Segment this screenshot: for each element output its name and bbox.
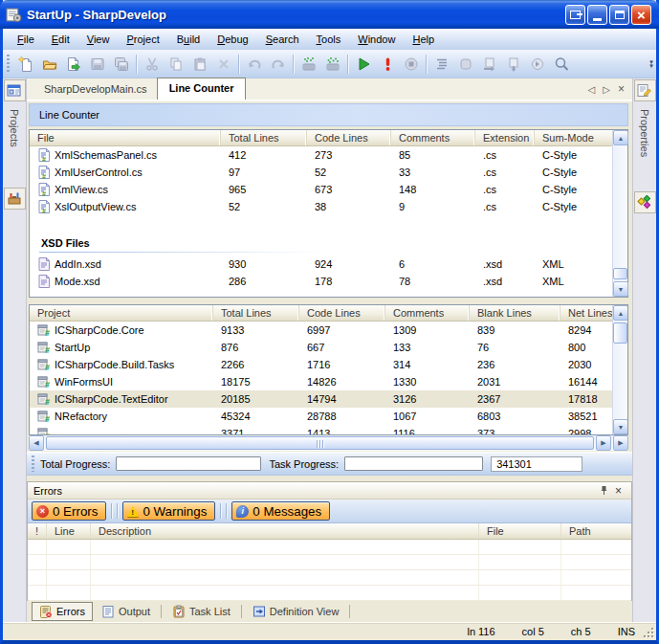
menu-view[interactable]: View <box>78 31 119 48</box>
projects-tab-label[interactable]: Projects <box>9 109 20 176</box>
menu-edit[interactable]: Edit <box>43 31 78 48</box>
col-extension[interactable]: Extension <box>475 130 535 145</box>
scroll-down-icon[interactable]: ▼ <box>613 419 628 434</box>
tab-task-list[interactable]: Task List <box>165 603 237 620</box>
projects-pad-button[interactable] <box>4 79 26 101</box>
build-solution-icon[interactable] <box>320 53 344 76</box>
col-total-lines[interactable]: Total Lines <box>221 130 307 145</box>
col-total-lines[interactable]: Total Lines <box>213 305 299 321</box>
warnings-filter-button[interactable]: 0 Warnings <box>122 501 215 521</box>
col-net-lines[interactable]: Net Lines <box>560 305 614 321</box>
scroll-left-icon[interactable]: ◀ <box>29 435 44 451</box>
table-row[interactable]: StartUp 876 667 133 76 800 <box>30 339 614 356</box>
toolbox-pad-button[interactable] <box>4 188 26 210</box>
undo-icon <box>242 53 266 76</box>
col-sum-mode[interactable]: Sum-Mode <box>535 130 614 145</box>
fullscreen-toggle-button[interactable] <box>565 5 585 25</box>
task-list-tab-icon <box>172 605 186 618</box>
redo-icon <box>266 53 290 76</box>
table-row[interactable]: XslOutputView.cs 52 38 9 .cs C-Style <box>30 198 614 215</box>
search-icon[interactable] <box>549 53 573 76</box>
properties-pad-button[interactable] <box>634 79 656 101</box>
scroll-thumb[interactable] <box>613 268 627 279</box>
menu-build[interactable]: Build <box>168 31 209 48</box>
close-button[interactable]: × <box>631 5 651 25</box>
abort-build-icon[interactable] <box>375 53 399 76</box>
scroll-thumb[interactable] <box>46 436 594 450</box>
menu-tools[interactable]: Tools <box>308 31 350 48</box>
pin-icon[interactable] <box>597 484 611 498</box>
bookmark-list-icon[interactable] <box>429 53 453 76</box>
combine-icon[interactable] <box>297 53 320 76</box>
messages-filter-button[interactable]: i 0 Messages <box>231 501 330 521</box>
errors-filter-button[interactable]: × 0 Errors <box>32 501 106 521</box>
run-icon[interactable] <box>351 53 375 76</box>
table-row[interactable]: ICSharpCode.Build.Tasks 2266 1716 314 23… <box>30 356 614 373</box>
tab-close-icon[interactable]: × <box>618 82 625 96</box>
classes-pad-button[interactable] <box>634 191 656 213</box>
minimize-button[interactable] <box>587 5 607 25</box>
table-row[interactable]: XmlView.cs 965 673 148 .cs C-Style <box>30 181 614 198</box>
project-table-header: Project Total Lines Code Lines Comments … <box>30 305 614 322</box>
scroll-up-icon[interactable]: ▲ <box>613 130 628 145</box>
cut-icon <box>140 53 164 76</box>
tab-scroll-left-icon[interactable]: ◁ <box>588 84 596 95</box>
table-row[interactable]: NRefactory 45324 28788 1067 6803 38521 <box>30 408 614 425</box>
table-row-partial[interactable]: 3371 1413 1116 373 2998 <box>30 425 614 435</box>
table-row[interactable]: XmlUserControl.cs 97 52 33 .cs C-Style <box>30 164 614 181</box>
col-comments[interactable]: Comments <box>385 305 470 321</box>
table-row[interactable]: AddIn.xsd 930 924 6 .xsd XML <box>30 255 614 273</box>
table-row[interactable]: XmlSchemasPanel.cs 412 273 85 .cs C-Styl… <box>30 146 614 164</box>
scroll-right-icon[interactable]: ▶ <box>596 435 611 451</box>
col-blank-lines[interactable]: Blank Lines <box>470 305 560 321</box>
title-bar: StartUp - SharpDevelop × <box>0 0 659 29</box>
tab-sharpdevelopmain[interactable]: SharpDevelopMain.cs <box>34 79 157 100</box>
status-column: col 5 <box>522 626 544 637</box>
toolbar-grip[interactable] <box>7 55 10 74</box>
maximize-button[interactable] <box>609 5 629 25</box>
col-description[interactable]: Description <box>91 523 479 539</box>
menu-project[interactable]: Project <box>118 31 167 48</box>
table-row[interactable]: WinFormsUI 18175 14826 1330 2031 16144 <box>30 373 614 390</box>
col-code-lines[interactable]: Code Lines <box>307 130 391 145</box>
table-row[interactable]: Mode.xsd 286 178 78 .xsd XML <box>30 273 614 290</box>
tab-line-counter[interactable]: Line Counter <box>157 78 247 100</box>
col-severity[interactable]: ! <box>28 523 47 539</box>
tab-definition-view[interactable]: Definition View <box>246 603 346 620</box>
tab-scroll-right-icon[interactable]: ▷ <box>603 84 610 95</box>
scroll-right-edge-icon[interactable]: ▶ <box>613 435 628 451</box>
resize-grip[interactable] <box>643 627 655 639</box>
properties-tab-label[interactable]: Properties <box>639 109 650 184</box>
table-row-selected[interactable]: ICSharpCode.TextEditor 20185 14794 3126 … <box>30 390 614 408</box>
col-comments[interactable]: Comments <box>391 130 475 145</box>
col-file[interactable]: File <box>30 130 221 145</box>
horizontal-scrollbar[interactable]: ◀ ▶ ▶ <box>29 435 628 451</box>
scroll-thumb[interactable] <box>613 322 627 344</box>
col-line[interactable]: Line <box>47 523 91 539</box>
col-path[interactable]: Path <box>561 523 631 539</box>
toolbar-grip[interactable] <box>32 455 34 472</box>
close-panel-icon[interactable]: × <box>611 484 626 498</box>
menu-search[interactable]: Search <box>257 31 308 48</box>
file-table-scrollbar[interactable]: ▲ ▼ <box>612 130 627 297</box>
table-row[interactable]: ICSharpCode.Core 9133 6997 1309 839 8294 <box>30 322 614 339</box>
tab-errors[interactable]: Errors <box>32 602 93 621</box>
errors-panel: Errors × × 0 Errors 0 Warnings i <box>27 481 632 601</box>
col-project[interactable]: Project <box>30 305 213 321</box>
col-code-lines[interactable]: Code Lines <box>299 305 385 321</box>
col-file[interactable]: File <box>479 523 561 539</box>
menu-help[interactable]: Help <box>404 31 443 48</box>
menu-file[interactable]: File <box>9 31 43 48</box>
file-name: Mode.xsd <box>55 276 100 287</box>
tab-output[interactable]: Output <box>95 603 157 620</box>
left-dock-strip: Projects <box>3 78 27 622</box>
toolbar-overflow-icon[interactable]: ▾▾ <box>647 53 656 76</box>
menu-window[interactable]: Window <box>349 31 404 48</box>
scroll-up-icon[interactable]: ▲ <box>613 305 628 321</box>
project-table-scrollbar[interactable]: ▲ ▼ <box>612 305 627 434</box>
menu-debug[interactable]: Debug <box>209 31 256 48</box>
save-as-template-icon[interactable] <box>61 53 85 76</box>
open-file-icon[interactable] <box>37 53 61 76</box>
scroll-down-icon[interactable]: ▼ <box>613 281 628 297</box>
new-file-icon[interactable] <box>13 53 37 76</box>
